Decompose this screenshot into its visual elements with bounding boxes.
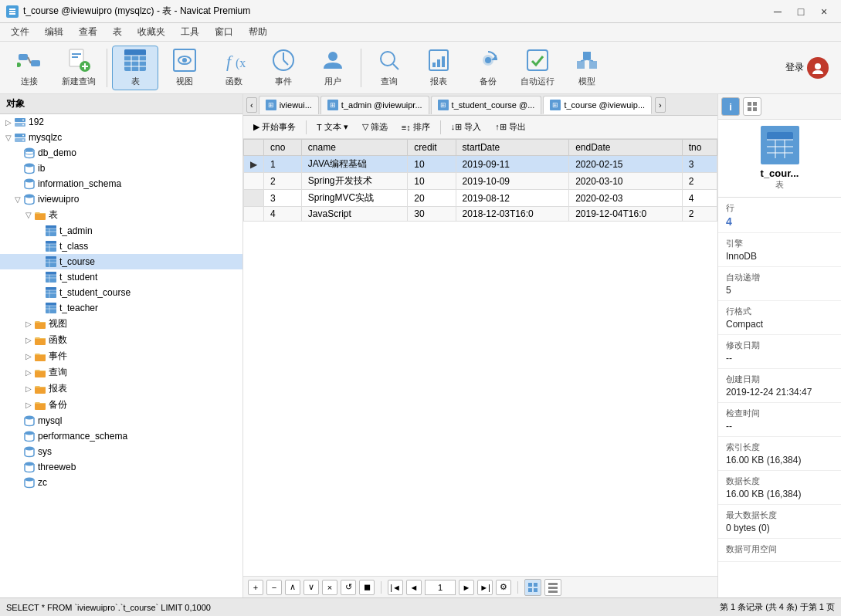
tab-nav-prev[interactable]: ‹ [246, 97, 257, 113]
form-view-button[interactable] [544, 579, 561, 596]
sidebar-item-performance_schema[interactable]: performance_schema [0, 428, 242, 444]
sidebar-item-t_teacher[interactable]: t_teacher [0, 300, 242, 316]
connect-button[interactable]: 连接 [6, 46, 53, 90]
login-button[interactable]: 登录 [779, 54, 835, 82]
table-row[interactable]: 4JavaScript302018-12-03T16:02019-12-04T1… [244, 207, 717, 222]
stop-button[interactable]: ◼ [359, 580, 375, 595]
sidebar-item-func-group[interactable]: ▷ 函数 [0, 332, 242, 348]
sidebar-item-t_student_course[interactable]: t_student_course [0, 285, 242, 300]
sidebar-item-mysql[interactable]: mysql [0, 413, 242, 428]
view-button[interactable]: 视图 [161, 46, 208, 90]
first-page-button[interactable]: |◄ [388, 580, 403, 595]
event-button[interactable]: 事件 [260, 46, 307, 90]
menu-view[interactable]: 查看 [71, 24, 105, 40]
col-tno[interactable]: tno [682, 140, 717, 156]
query-button[interactable]: 查询 [366, 46, 412, 90]
last-page-button[interactable]: ►| [477, 580, 493, 595]
sidebar-item-sys[interactable]: sys [0, 444, 242, 459]
iviewuipro-icon [23, 193, 36, 205]
sidebar-item-t_class[interactable]: t_class [0, 239, 242, 254]
menu-window[interactable]: 窗口 [207, 24, 241, 40]
info-button[interactable]: i [721, 97, 740, 116]
sidebar-label-mysql: mysql [38, 415, 62, 426]
maximize-button[interactable]: □ [790, 1, 812, 22]
sidebar-item-query-group[interactable]: ▷ 查询 [0, 364, 242, 381]
begin-trans-button[interactable]: ▶ 开始事务 [248, 119, 301, 135]
svg-rect-92 [35, 338, 46, 345]
col-startdate[interactable]: startDate [456, 140, 569, 156]
sort-label: 排序 [413, 121, 430, 133]
delete-row-button[interactable]: × [322, 580, 337, 595]
backup-button[interactable]: 备份 [465, 46, 511, 90]
add-row-button[interactable]: + [248, 580, 263, 595]
prev-page-button[interactable]: ◄ [406, 580, 422, 595]
sort-button[interactable]: ≡↕ 排序 [396, 119, 436, 135]
sidebar-item-db_demo[interactable]: db_demo [0, 145, 242, 161]
sidebar-item-ib[interactable]: ib [0, 161, 242, 176]
table-row[interactable]: 2Spring开发技术102019-10-092020-03-102 [244, 173, 717, 190]
sidebar-item-report-group[interactable]: ▷ 报表 [0, 381, 242, 397]
table-button[interactable]: 表 [112, 46, 158, 90]
grid-props-button[interactable] [743, 97, 761, 116]
event-icon [271, 48, 296, 73]
sidebar-item-backup-group[interactable]: ▷ 备份 [0, 397, 242, 413]
svg-rect-67 [46, 241, 56, 244]
prop-modified: 修改日期 -- [718, 335, 841, 369]
sidebar-item-t_course[interactable]: t_course [0, 254, 242, 269]
user-button[interactable]: 用户 [310, 46, 356, 90]
tab-iviewui[interactable]: ⊞ iviewui... [259, 96, 319, 114]
menu-favorites[interactable]: 收藏夹 [130, 24, 173, 40]
tab-t_student_course[interactable]: ⊞ t_student_course @... [431, 96, 542, 114]
sidebar-item-192[interactable]: ▷ 192 [0, 114, 242, 130]
menu-edit[interactable]: 编辑 [37, 24, 71, 40]
report-button[interactable]: 报表 [415, 46, 462, 90]
menu-help[interactable]: 帮助 [241, 24, 275, 40]
tab-nav-more[interactable]: › [655, 97, 666, 113]
filter-button[interactable]: ▽ 筛选 [357, 119, 393, 135]
table-row[interactable]: ▶1JAVA编程基础102019-09-112020-02-153 [244, 156, 717, 173]
refresh-button[interactable]: ↺ [341, 580, 356, 595]
sidebar-item-zc[interactable]: zc [0, 475, 242, 490]
model-button[interactable]: 模型 [564, 46, 610, 90]
text-button[interactable]: T 文本 ▾ [311, 119, 354, 135]
col-credit[interactable]: credit [408, 140, 456, 156]
svg-rect-105 [534, 588, 537, 592]
menu-file[interactable]: 文件 [3, 24, 37, 40]
sidebar-item-views-group[interactable]: ▷ 视图 [0, 316, 242, 332]
sidebar-item-mysqlzc[interactable]: ▽ mysqlzc [0, 130, 242, 145]
sidebar-item-tables-group[interactable]: ▽ 表 [0, 207, 242, 223]
col-indicator [244, 140, 264, 156]
autorun-button[interactable]: 自动运行 [514, 46, 561, 90]
sidebar-item-threeweb[interactable]: threeweb [0, 459, 242, 475]
sidebar-label-t_course: t_course [59, 256, 95, 267]
remove-row-button[interactable]: − [266, 580, 282, 595]
import-button[interactable]: ↓⊞ 导入 [446, 119, 487, 135]
sidebar-item-t_admin[interactable]: t_admin [0, 223, 242, 239]
page-number-input[interactable] [425, 580, 456, 595]
sidebar-item-iviewuipro[interactable]: ▽ iviewuipro [0, 191, 242, 207]
sidebar-item-t_student[interactable]: t_student [0, 269, 242, 285]
table-row[interactable]: 3SpringMVC实战202019-08-122020-02-034 [244, 190, 717, 207]
col-cname[interactable]: cname [301, 140, 408, 156]
menu-tools[interactable]: 工具 [173, 24, 207, 40]
pager-bar: + − ∧ ∨ × ↺ ◼ |◄ ◄ ► ►| ⚙ [243, 576, 717, 597]
minimize-button[interactable]: ─ [767, 1, 788, 22]
move-down-button[interactable]: ∨ [304, 580, 319, 595]
sidebar-item-event-group[interactable]: ▷ 事件 [0, 348, 242, 364]
export-button[interactable]: ↑⊞ 导出 [490, 119, 531, 135]
close-button[interactable]: × [813, 1, 835, 22]
next-page-button[interactable]: ► [459, 580, 474, 595]
svg-point-97 [25, 416, 34, 420]
function-button[interactable]: f (x) 函数 [211, 46, 257, 90]
tab-t_course[interactable]: ⊞ t_course @iviewuip... [543, 96, 652, 114]
tab-t_admin[interactable]: ⊞ t_admin @iviewuipr... [320, 96, 429, 114]
menu-table[interactable]: 表 [105, 24, 130, 40]
svg-point-30 [328, 52, 337, 61]
col-enddate[interactable]: endDate [569, 140, 683, 156]
sidebar-item-information_schema[interactable]: information_schema [0, 176, 242, 191]
col-cno[interactable]: cno [264, 140, 302, 156]
grid-view-button[interactable] [524, 579, 541, 596]
new-query-button[interactable]: 新建查询 [56, 46, 102, 90]
page-settings-button[interactable]: ⚙ [496, 580, 511, 595]
move-up-button[interactable]: ∧ [285, 580, 300, 595]
